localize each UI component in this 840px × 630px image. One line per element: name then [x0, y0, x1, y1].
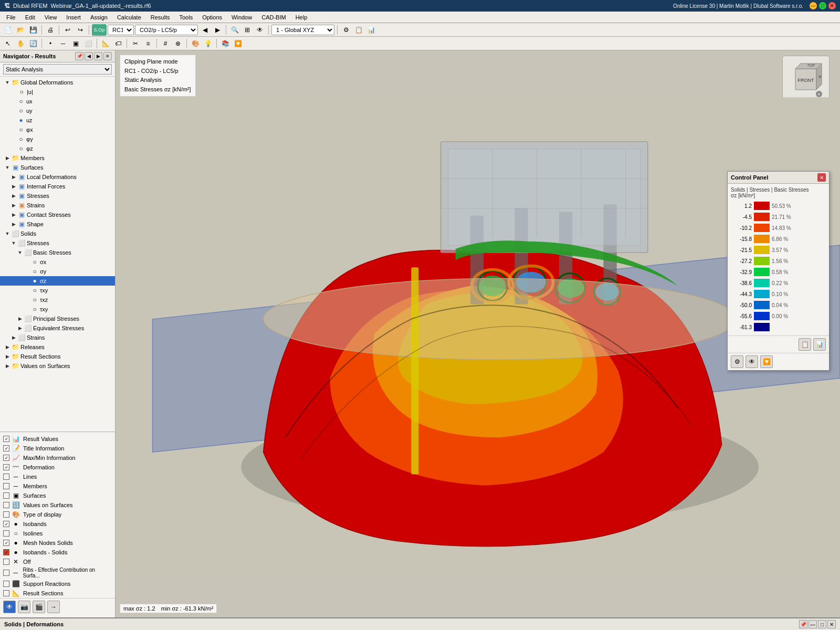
minimize-button[interactable]: — [810, 2, 817, 9]
tree-sigma-z[interactable]: ● σz [0, 276, 115, 286]
nav-prev-btn2[interactable]: ◀ [85, 52, 93, 60]
expand-equivalent[interactable]: ▶ [17, 325, 23, 331]
tree-members[interactable]: ▶ 📁 Members [0, 153, 115, 163]
clip-btn[interactable]: ✂ [130, 38, 141, 49]
menu-view[interactable]: View [40, 13, 61, 22]
node-btn[interactable]: • [45, 38, 56, 49]
checkbox-isobands[interactable] [3, 521, 9, 527]
viewport-3d[interactable]: Clipping Plane mode RC1 - CO2/p - LC5/p … [116, 50, 840, 617]
checkbox-surfaces-bottom[interactable] [3, 492, 9, 499]
tree-shape[interactable]: ▶ ▣ Shape [0, 219, 115, 229]
surface-btn[interactable]: ▣ [70, 38, 81, 49]
undo-btn[interactable]: ↩ [62, 24, 74, 36]
close-button[interactable]: ✕ [828, 2, 836, 9]
check-isolines[interactable]: ○ Isolines [0, 529, 115, 538]
tree-solids[interactable]: ▼ ⬜ Solids [0, 229, 115, 238]
check-deformation[interactable]: 〰 Deformation [0, 463, 115, 472]
camera-icon-btn[interactable]: 📷 [18, 601, 30, 613]
more-btn2[interactable]: 📋 [353, 24, 364, 36]
filter-btn[interactable]: 🔽 [232, 38, 244, 49]
layer-btn[interactable]: 📚 [219, 38, 231, 49]
expand-strains-surf[interactable]: ▶ [10, 202, 17, 208]
more-btn3[interactable]: 📊 [365, 24, 377, 36]
zoom-btn[interactable]: 🔍 [229, 24, 240, 36]
select-btn[interactable]: ↖ [2, 38, 14, 49]
tree-phiy[interactable]: ○ φy [0, 134, 115, 144]
save-btn[interactable]: 💾 [27, 24, 39, 36]
zoom-all-btn[interactable]: ⊞ [242, 24, 253, 36]
expand-solids[interactable]: ▼ [4, 230, 10, 237]
video-icon-btn[interactable]: 🎬 [33, 601, 45, 613]
checkbox-members-bottom[interactable] [3, 483, 9, 489]
expand-local-def[interactable]: ▶ [10, 174, 17, 180]
coord-select[interactable]: 1 - Global XYZ [271, 25, 334, 35]
checkbox-result-sections-bottom[interactable] [3, 590, 9, 596]
check-type-display[interactable]: 🎨 Type of display [0, 510, 115, 519]
control-panel-close-button[interactable]: ✕ [817, 173, 826, 182]
expand-releases[interactable]: ▶ [4, 344, 10, 350]
expand-principal[interactable]: ▶ [17, 316, 23, 322]
expand-members[interactable]: ▶ [4, 155, 10, 161]
sop-btn[interactable]: S.Op [92, 24, 107, 36]
expand-shape[interactable]: ▶ [10, 221, 17, 227]
section-btn[interactable]: ≡ [142, 38, 154, 49]
check-isobands[interactable]: ● Isobands [0, 519, 115, 529]
tree-global-deformations[interactable]: ▼ 📁 Global Deformations [0, 78, 115, 87]
expand-strains-solids[interactable]: ▶ [10, 334, 17, 341]
nav-prev-btn[interactable]: ◀ [199, 24, 211, 36]
check-members-bottom[interactable]: ─ Members [0, 481, 115, 491]
menu-insert[interactable]: Insert [62, 13, 85, 22]
cp-settings-btn[interactable]: ⚙ [731, 355, 743, 368]
tree-sigma-y[interactable]: ○ σy [0, 267, 115, 276]
tree-stresses-surf[interactable]: ▶ ▣ Stresses [0, 191, 115, 201]
label-btn[interactable]: 🏷 [112, 38, 124, 49]
bottom-close-btn[interactable]: ✕ [827, 620, 836, 628]
tree-u-abs[interactable]: ○ |u| [0, 87, 115, 97]
tree-ux[interactable]: ○ ux [0, 97, 115, 106]
check-maxmin[interactable]: 📈 Max/Min Information [0, 453, 115, 463]
checkbox-values-on-surf[interactable] [3, 502, 9, 508]
menu-edit[interactable]: Edit [21, 13, 39, 22]
tree-releases[interactable]: ▶ 📁 Releases [0, 342, 115, 352]
checkbox-deformation[interactable] [3, 464, 9, 470]
checkbox-result-values[interactable] [3, 436, 9, 442]
expand-stresses-surf[interactable]: ▶ [10, 193, 17, 199]
tree-result-sections[interactable]: ▶ 📁 Result Sections [0, 352, 115, 361]
tree-internal-forces[interactable]: ▶ ▣ Internal Forces [0, 182, 115, 191]
redo-btn[interactable]: ↪ [75, 24, 86, 36]
tree-uz[interactable]: ● uz [0, 116, 115, 125]
tree-strains-solids[interactable]: ▶ ⬜ Strains [0, 333, 115, 342]
open-btn[interactable]: 📂 [15, 24, 26, 36]
menu-results[interactable]: Results [146, 13, 174, 22]
render-btn[interactable]: 🎨 [190, 38, 201, 49]
checkbox-support-reactions[interactable] [3, 581, 9, 587]
dim-btn[interactable]: 📐 [100, 38, 111, 49]
analysis-type-select[interactable]: Static Analysis [3, 64, 112, 75]
check-surfaces-bottom[interactable]: ▣ Surfaces [0, 491, 115, 500]
check-off[interactable]: ✕ Off [0, 557, 115, 566]
checkbox-lines[interactable] [3, 474, 9, 480]
menu-calculate[interactable]: Calculate [113, 13, 145, 22]
expand-values-on-surfaces[interactable]: ▶ [4, 363, 10, 369]
menu-assign[interactable]: Assign [86, 13, 112, 22]
tree-stresses-solids[interactable]: ▼ ⬜ Stresses [0, 238, 115, 248]
move-btn[interactable]: ✋ [15, 38, 26, 49]
checkbox-isolines[interactable] [3, 530, 9, 537]
expand-global-def[interactable]: ▼ [4, 79, 10, 86]
arrow-icon-btn[interactable]: → [47, 601, 60, 613]
tree-tau-xy[interactable]: ○ τxy [0, 286, 115, 295]
expand-surfaces[interactable]: ▼ [4, 164, 10, 171]
tree-local-deformations[interactable]: ▶ ▣ Local Deformations [0, 172, 115, 182]
nav-close-btn[interactable]: ✕ [103, 52, 112, 60]
tree-surfaces[interactable]: ▼ ▣ Surfaces [0, 163, 115, 172]
new-btn[interactable]: 📄 [2, 24, 14, 36]
tree-tau-xy2[interactable]: ○ τxy [0, 304, 115, 314]
light-btn[interactable]: 💡 [202, 38, 214, 49]
check-mesh-nodes[interactable]: ● Mesh Nodes Solids [0, 538, 115, 548]
check-title-info[interactable]: 📝 Title Information [0, 444, 115, 453]
check-lines[interactable]: ─ Lines [0, 472, 115, 481]
tree-phiz[interactable]: ○ φz [0, 144, 115, 153]
cp-filter-btn[interactable]: 🔽 [760, 355, 773, 368]
tree-equivalent-stresses[interactable]: ▶ ⬜ Equivalent Stresses [0, 323, 115, 333]
maximize-button[interactable]: □ [819, 2, 826, 9]
